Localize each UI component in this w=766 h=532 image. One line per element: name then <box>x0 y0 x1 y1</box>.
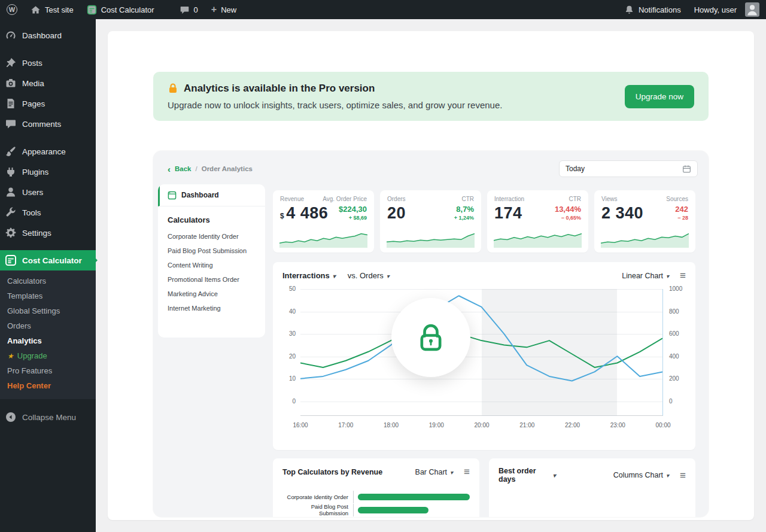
comments-toolbar-menu[interactable]: 0 <box>173 0 205 19</box>
submenu-item-calculators[interactable]: Calculators <box>0 273 96 288</box>
new-label: New <box>221 5 236 14</box>
nav-item-calculator[interactable]: Content Writing <box>158 258 265 272</box>
date-range-picker[interactable]: Today <box>559 160 698 177</box>
submenu-item-help-center[interactable]: Help Center <box>0 378 96 393</box>
nav-item-calculator[interactable]: Corporate Identity Order <box>158 229 265 244</box>
chart-menu-icon[interactable] <box>680 270 686 281</box>
best-order-days-card: Best order days Columns Chart <box>489 458 695 517</box>
account-menu[interactable]: Howdy, user <box>688 0 766 19</box>
card-title: Top Calculators by Revenue <box>282 468 415 476</box>
chevron-down-icon <box>447 468 453 476</box>
sidebar-item-tools[interactable]: Tools <box>0 202 96 223</box>
breadcrumb: Back / Order Analytics <box>168 165 253 174</box>
dashboard-window-icon <box>168 191 177 200</box>
site-menu[interactable]: Test site <box>24 0 80 19</box>
calendar-icon <box>682 165 691 174</box>
analytics-preview: Back / Order Analytics Today Dashboard C… <box>153 151 709 517</box>
sidebar-item-plugins[interactable]: Plugins <box>0 162 96 182</box>
chart-type-select[interactable]: Linear Chart <box>622 272 669 280</box>
date-range-value: Today <box>566 165 585 173</box>
calculators-heading: Calculators <box>158 206 265 229</box>
bar-label: Corporate Identity Order <box>282 494 353 500</box>
collapse-icon <box>5 411 17 423</box>
nav-item-calculator[interactable]: Paid Blog Post Submission <box>158 244 265 258</box>
stat-label: Views <box>601 196 618 202</box>
submenu-item-analytics[interactable]: Analytics <box>0 333 96 348</box>
bar-label: Paid Blog Post Submission <box>282 503 353 516</box>
stat-label: Avg. Order Price <box>323 196 367 202</box>
submenu-item-orders[interactable]: Orders <box>0 318 96 333</box>
sidebar-item-label: Dashboard <box>22 31 62 40</box>
sidebar-item-label: Appearance <box>22 147 66 156</box>
chart-type-select[interactable]: Columns Chart <box>613 471 669 479</box>
sidebar-item-appearance[interactable]: Appearance <box>0 141 96 162</box>
menu-separator <box>0 134 96 141</box>
sidebar-item-dashboard[interactable]: Dashboard <box>0 25 96 45</box>
sparkline-chart <box>494 232 582 248</box>
y-axis-right: 02004006008001000 <box>663 289 686 416</box>
currency-prefix: $ <box>280 212 284 220</box>
nav-item-calculator[interactable]: Promotional Items Order <box>158 272 265 287</box>
back-link[interactable]: Back <box>175 165 192 172</box>
sidebar-item-media[interactable]: Media <box>0 73 96 93</box>
nav-item-calculator[interactable]: Internet Marketing <box>158 301 265 315</box>
sidebar-item-settings[interactable]: Settings <box>0 223 96 243</box>
submenu-item-pro-features[interactable]: Pro Features <box>0 363 96 378</box>
stat-metric: $224,30 <box>339 205 367 214</box>
media-icon <box>5 77 17 89</box>
stat-label: Revenue <box>280 196 304 202</box>
preview-body: Dashboard Calculators Corporate Identity… <box>153 184 709 517</box>
chart-type-select[interactable]: Bar Chart <box>415 468 454 476</box>
card-title-select[interactable]: Best order days <box>498 467 556 484</box>
sidebar-item-comments[interactable]: Comments <box>0 114 96 134</box>
chart-menu-icon[interactable] <box>680 470 686 481</box>
stat-value: 4 486 <box>286 205 328 223</box>
x-axis-labels: 16:0017:0018:0019:0020:0021:0022:0023:00… <box>300 419 663 430</box>
banner-subtitle: Upgrade now to unlock insights, track us… <box>168 100 502 110</box>
bottom-charts-row: Top Calculators by Revenue Bar Chart Cor… <box>273 458 695 517</box>
chart-menu-icon[interactable] <box>464 467 470 477</box>
cost-calculator-submenu: Calculators Templates Global Settings Or… <box>0 270 96 399</box>
stat-card-orders: OrdersCTR 20 8,7%+ 1,24% <box>380 190 481 253</box>
notifications-label: Notifications <box>639 5 681 14</box>
stat-metric: 13,44% <box>555 205 581 214</box>
plugin-name: Cost Calculator <box>101 5 154 14</box>
sidebar-item-users[interactable]: Users <box>0 182 96 202</box>
sidebar-item-label: Users <box>22 188 43 197</box>
collapse-menu-label: Collapse Menu <box>22 413 76 422</box>
notifications-menu[interactable]: Notifications <box>618 0 688 19</box>
cost-calculator-icon <box>5 254 17 266</box>
site-name: Test site <box>45 5 74 14</box>
chevron-left-icon <box>168 165 171 174</box>
sidebar-item-cost-calculator[interactable]: Cost Calculator <box>0 250 96 270</box>
series-b-select[interactable]: vs. Orders <box>348 271 390 280</box>
posts-icon <box>5 57 17 69</box>
wp-logo-menu[interactable]: W <box>0 0 24 19</box>
sidebar-item-label: Settings <box>22 229 51 238</box>
bell-icon <box>624 5 634 15</box>
submenu-item-global-settings[interactable]: Global Settings <box>0 303 96 318</box>
series-a-select[interactable]: Interractions <box>282 271 336 280</box>
bar <box>358 494 470 500</box>
sidebar-item-posts[interactable]: Posts <box>0 53 96 73</box>
stat-label: Interraction <box>494 196 524 202</box>
analytics-page-card: Analytics is available in the Pro versio… <box>108 31 754 520</box>
submenu-item-upgrade[interactable]: Upgrade <box>0 348 96 363</box>
nav-item-calculator[interactable]: Marketing Advice <box>158 287 265 301</box>
preview-tab-dashboard[interactable]: Dashboard <box>158 184 265 206</box>
stats-row: RevenueAvg. Order Price $4 486 $224,30+ … <box>273 190 695 253</box>
submenu-item-templates[interactable]: Templates <box>0 288 96 303</box>
sidebar-item-label: Pages <box>22 99 45 108</box>
pro-banner: Analytics is available in the Pro versio… <box>153 72 709 121</box>
collapse-menu-button[interactable]: Collapse Menu <box>0 406 96 428</box>
upgrade-now-button[interactable]: Upgrade now <box>625 85 694 108</box>
lock-icon <box>414 321 448 354</box>
chevron-down-icon <box>330 271 336 280</box>
comments-count: 0 <box>194 5 198 14</box>
new-content-menu[interactable]: New <box>205 0 243 19</box>
sidebar-item-pages[interactable]: Pages <box>0 93 96 114</box>
cost-calculator-toolbar-menu[interactable]: Cost Calculator <box>80 0 161 19</box>
plugins-icon <box>5 166 17 178</box>
stat-metric: 8,7% <box>454 205 474 214</box>
chevron-down-icon <box>663 272 669 280</box>
